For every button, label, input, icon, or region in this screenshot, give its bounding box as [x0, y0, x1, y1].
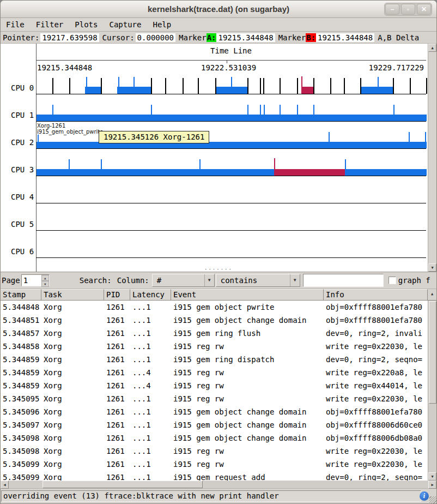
cell-latency: ...1: [130, 460, 171, 469]
cell-pid: 1261: [104, 316, 130, 325]
menu-file[interactable]: File: [6, 20, 25, 29]
scroll-up-icon[interactable]: ▲: [428, 44, 436, 52]
page-input[interactable]: [22, 275, 41, 286]
table-row[interactable]: 5.344858Xorg1261...1i915_reg_rwwrite reg…: [1, 340, 436, 353]
spin-down-icon[interactable]: ▼: [41, 281, 49, 287]
table-row[interactable]: 5.344857Xorg1261...1i915_gem_ring_flushd…: [1, 327, 436, 340]
table-row[interactable]: 5.345095Xorg1261...1i915_reg_rwwrite reg…: [1, 392, 436, 405]
table-row[interactable]: 5.344851Xorg1261...1i915_gem_object_chan…: [1, 314, 436, 327]
close-button[interactable]: ✕: [417, 4, 431, 15]
cell-latency: ...1: [130, 329, 171, 338]
chevron-down-icon[interactable]: ▼: [290, 274, 300, 286]
cpu-row-label: CPU 1: [11, 111, 34, 119]
marker-b-label: Marker: [277, 33, 306, 42]
graph-follows-checkbox[interactable]: [389, 277, 396, 284]
event-tick: [264, 105, 265, 115]
status-message: overriding event (13) ftrace:blktrace wi…: [1, 490, 421, 502]
cell-stamp: 5.345096: [1, 407, 41, 416]
graph-tooltip: 19215.345126 Xorg-1261: [99, 131, 209, 143]
event-tick: [151, 105, 152, 115]
cell-stamp: 5.345095: [1, 394, 41, 403]
table-row[interactable]: 5.344859Xorg1261...4i915_reg_rwwrite reg…: [1, 379, 436, 392]
event-tick: [313, 105, 314, 115]
cell-latency: ...4: [130, 381, 171, 390]
cpu-baseline: [36, 257, 426, 258]
table-vscroll-thumb[interactable]: [429, 301, 436, 404]
header-stamp[interactable]: Stamp: [1, 289, 41, 301]
event-tick: [101, 78, 102, 94]
maximize-button[interactable]: ▫: [401, 4, 415, 15]
cell-pid: 1261: [104, 473, 130, 481]
spin-up-icon[interactable]: ▲: [41, 275, 49, 281]
table-row[interactable]: 5.344848Xorg1261...1i915_gem_object_pwri…: [1, 301, 436, 314]
scroll-left-icon[interactable]: ◀: [1, 481, 9, 489]
cell-event: i915_gem_object_change_domain: [171, 434, 324, 442]
menu-capture[interactable]: Capture: [109, 20, 141, 29]
cpu-row-label: CPU 0: [11, 83, 34, 92]
header-latency[interactable]: Latency: [130, 289, 171, 301]
scroll-up-icon[interactable]: ▲: [428, 289, 436, 301]
cell-task: Xorg: [41, 355, 104, 364]
cell-stamp: 5.345098: [1, 447, 41, 455]
event-tick: [101, 159, 102, 169]
timeline-graph[interactable]: Time Line 19215.344848 19222.531039 1922…: [1, 44, 436, 272]
event-tick: [378, 77, 379, 87]
cpu-busy-bar: [37, 115, 427, 121]
info-icon[interactable]: i: [420, 491, 429, 501]
table-row[interactable]: 5.344859Xorg1261...1i915_gem_ring_dispat…: [1, 353, 436, 366]
search-input[interactable]: [303, 274, 384, 287]
column-select[interactable]: # ▼: [152, 274, 215, 287]
operator-select[interactable]: contains ▼: [216, 274, 300, 287]
cell-task: Xorg: [41, 421, 104, 429]
cell-event: i915_gem_ring_dispatch: [171, 355, 324, 364]
graph-vertical-scrollbar[interactable]: ▲ ▼: [428, 44, 436, 272]
page-spinner[interactable]: ▲ ▼: [21, 274, 50, 286]
table-row[interactable]: 5.345099Xorg1261...1i915_reg_rwwrite reg…: [1, 458, 436, 471]
cpu-busy-bar: [37, 142, 427, 148]
header-task[interactable]: Task: [41, 289, 104, 301]
cell-event: i915_gem_object_change_domain: [171, 421, 324, 429]
minimize-button[interactable]: –: [385, 4, 399, 15]
event-tick: [263, 78, 264, 94]
menu-plots[interactable]: Plots: [75, 20, 98, 29]
cell-task: Xorg: [41, 473, 104, 481]
cell-pid: 1261: [104, 329, 130, 338]
cell-pid: 1261: [104, 381, 130, 390]
table-vertical-scrollbar[interactable]: ▼: [428, 301, 436, 481]
operator-select-value: contains: [216, 276, 290, 285]
task-span-blue: [216, 87, 248, 94]
table-hscroll-thumb[interactable]: [43, 481, 203, 488]
cell-info: obj=0xffff88006d60ce0: [324, 421, 436, 429]
event-tick: [52, 78, 53, 94]
marker-b-value: 19215.344848: [316, 33, 374, 42]
task-span-blue: [360, 87, 392, 94]
table-row[interactable]: 5.344859Xorg1261...4i915_reg_rwwrite reg…: [1, 366, 436, 379]
table-horizontal-scrollbar[interactable]: ◀ ▶: [1, 481, 436, 489]
cell-pid: 1261: [104, 434, 130, 442]
event-tick: [360, 78, 361, 94]
table-row[interactable]: 5.345096Xorg1261...1i915_gem_object_chan…: [1, 405, 436, 418]
table-row[interactable]: 5.345098Xorg1261...1i915_gem_object_chan…: [1, 431, 436, 445]
table-header: Stamp Task PID Latency Event Info ▲: [1, 289, 436, 301]
pane-splitter-handle[interactable]: ·······: [1, 268, 436, 271]
chevron-down-icon[interactable]: ▼: [204, 274, 214, 286]
event-tick: [297, 78, 298, 94]
task-span-red: [274, 169, 345, 176]
marker-a-label: Marker: [178, 33, 207, 42]
event-tick: [344, 78, 345, 94]
task-span-blue: [117, 87, 151, 94]
header-pid[interactable]: PID: [104, 289, 130, 301]
scroll-down-icon[interactable]: ▼: [428, 472, 436, 481]
menu-help[interactable]: Help: [153, 20, 171, 29]
resize-grip[interactable]: [429, 496, 436, 503]
scroll-right-icon[interactable]: ▶: [428, 481, 436, 489]
event-tick: [345, 159, 346, 169]
column-select-value: #: [153, 276, 204, 285]
table-row[interactable]: 5.345099Xorg1261...1i915_gem_request_add…: [1, 471, 436, 481]
table-row[interactable]: 5.345097Xorg1261...1i915_gem_object_chan…: [1, 418, 436, 431]
table-row[interactable]: 5.345098Xorg1261...1i915_reg_rwwrite reg…: [1, 445, 436, 458]
menu-filter[interactable]: Filter: [36, 20, 64, 29]
header-info[interactable]: Info: [324, 289, 428, 301]
header-event[interactable]: Event: [171, 289, 324, 301]
titlebar[interactable]: kernelshark(trace.dat) (on sugarbay) – ▫…: [1, 1, 436, 18]
